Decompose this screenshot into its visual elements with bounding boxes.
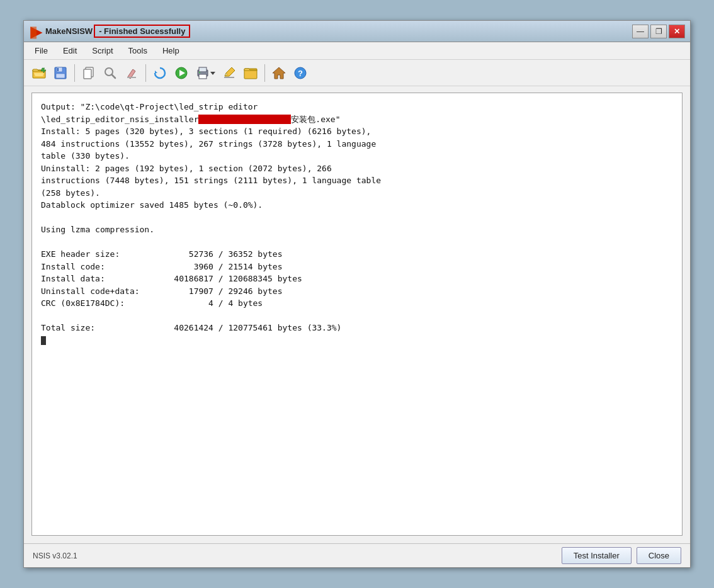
svg-text:?: ? xyxy=(298,69,303,78)
minimize-button[interactable]: — xyxy=(632,25,649,38)
restore-button[interactable]: ❐ xyxy=(650,25,667,38)
home-icon xyxy=(271,65,286,81)
toolbar-separator-1 xyxy=(74,64,75,82)
main-window: MakeNSISW - Finished Sucessfully — ❐ ✕ F… xyxy=(23,20,691,568)
close-button[interactable]: Close xyxy=(637,547,681,564)
compile-icon xyxy=(152,65,167,81)
open-folder-button[interactable] xyxy=(29,63,49,83)
svg-rect-6 xyxy=(57,68,59,71)
title-controls: — ❐ ✕ xyxy=(632,25,685,38)
eraser-button[interactable] xyxy=(122,63,142,83)
toolbar-separator-3 xyxy=(264,64,265,82)
svg-point-19 xyxy=(199,72,200,73)
compile-button[interactable] xyxy=(150,63,170,83)
main-content: Output: "Z:\code\qt-Project\led_strip ed… xyxy=(24,86,690,543)
status-buttons: Test Installer Close xyxy=(562,547,681,564)
title-bar: MakeNSISW - Finished Sucessfully — ❐ ✕ xyxy=(24,21,690,42)
output-text: Output: "Z:\code\qt-Project\led_strip ed… xyxy=(41,101,673,346)
pencil-button[interactable] xyxy=(219,63,239,83)
status-bar: NSIS v3.02.1 Test Installer Close xyxy=(24,543,690,567)
svg-marker-23 xyxy=(273,67,285,79)
menu-script[interactable]: Script xyxy=(85,43,120,58)
print-icon xyxy=(196,65,210,81)
open-script-icon xyxy=(243,65,258,81)
menu-file[interactable]: File xyxy=(28,43,55,58)
app-name: MakeNSISW xyxy=(45,26,93,36)
menu-help[interactable]: Help xyxy=(156,43,186,58)
copy-icon xyxy=(81,65,96,81)
help-icon: ? xyxy=(293,65,308,81)
find-icon xyxy=(103,65,118,81)
svg-marker-20 xyxy=(210,72,215,75)
close-window-button[interactable]: ✕ xyxy=(669,25,685,38)
svg-rect-12 xyxy=(127,77,136,78)
menu-bar: File Edit Script Tools Help xyxy=(24,42,690,60)
svg-line-11 xyxy=(112,74,116,78)
dropdown-arrow-icon xyxy=(210,71,215,76)
menu-edit[interactable]: Edit xyxy=(56,43,84,58)
svg-rect-7 xyxy=(56,74,65,78)
pencil-icon xyxy=(222,65,237,81)
svg-rect-18 xyxy=(199,74,207,79)
svg-rect-9 xyxy=(84,69,91,79)
toolbar: ? xyxy=(24,60,690,86)
output-panel[interactable]: Output: "Z:\code\qt-Project\led_strip ed… xyxy=(31,93,683,536)
app-icon xyxy=(29,25,42,38)
run-icon xyxy=(174,65,189,81)
svg-marker-1 xyxy=(30,26,37,38)
run-button[interactable] xyxy=(171,63,191,83)
svg-rect-17 xyxy=(199,67,207,72)
help-button[interactable]: ? xyxy=(290,63,310,83)
print-button[interactable] xyxy=(193,63,218,83)
open-folder-icon xyxy=(31,65,47,81)
eraser-icon xyxy=(124,65,139,81)
title-status: - Finished Sucessfully xyxy=(94,25,190,38)
title-bar-text: MakeNSISW - Finished Sucessfully xyxy=(45,25,628,38)
open-script-button[interactable] xyxy=(241,63,261,83)
home-button[interactable] xyxy=(269,63,289,83)
test-installer-button[interactable]: Test Installer xyxy=(562,547,632,564)
save-button[interactable] xyxy=(50,63,71,83)
save-icon xyxy=(53,65,68,81)
find-button[interactable] xyxy=(100,63,120,83)
svg-marker-13 xyxy=(155,71,157,73)
toolbar-separator-2 xyxy=(145,64,146,82)
copy-button[interactable] xyxy=(79,63,99,83)
menu-tools[interactable]: Tools xyxy=(122,43,154,58)
redacted-text: __REDACTED__TEXT__ xyxy=(198,115,291,124)
version-label: NSIS v3.02.1 xyxy=(33,551,77,560)
